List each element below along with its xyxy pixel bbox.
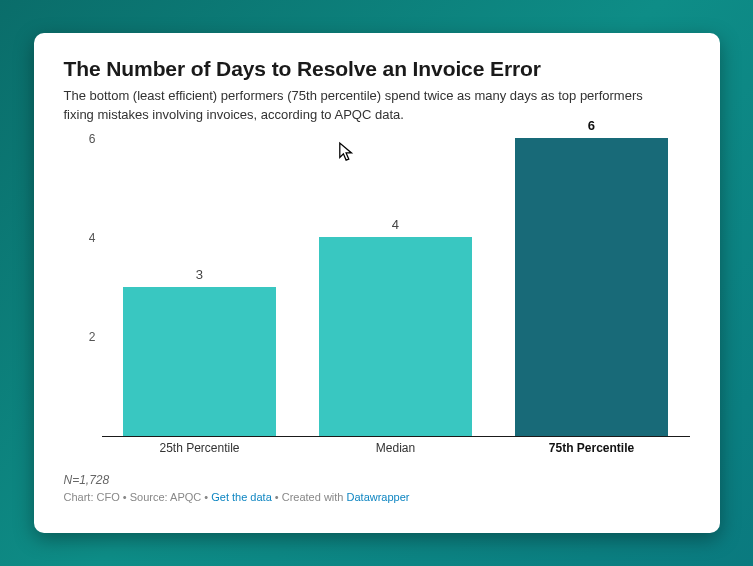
bars-container: 346 bbox=[102, 139, 690, 436]
y-tick-label: 6 bbox=[70, 132, 96, 146]
plot-area: 346 246 bbox=[102, 139, 690, 437]
chart-area: 346 246 25th PercentileMedian75th Percen… bbox=[70, 139, 690, 459]
x-axis-labels: 25th PercentileMedian75th Percentile bbox=[102, 437, 690, 459]
y-tick-label: 4 bbox=[70, 231, 96, 245]
footnote: N=1,728 bbox=[64, 473, 690, 487]
credits-middle: • Created with bbox=[272, 491, 347, 503]
bar-value-label: 3 bbox=[123, 267, 276, 282]
credits-line: Chart: CFO • Source: APQC • Get the data… bbox=[64, 491, 690, 503]
bar-highlighted: 6 bbox=[515, 138, 668, 436]
page-background: The Number of Days to Resolve an Invoice… bbox=[0, 0, 753, 566]
bar: 4 bbox=[319, 237, 472, 436]
chart-title: The Number of Days to Resolve an Invoice… bbox=[64, 57, 690, 81]
bar-value-label: 6 bbox=[515, 118, 668, 133]
y-tick-label: 2 bbox=[70, 330, 96, 344]
bar-value-label: 4 bbox=[319, 217, 472, 232]
x-category-label: 25th Percentile bbox=[159, 441, 239, 455]
bar: 3 bbox=[123, 287, 276, 436]
credits-prefix: Chart: CFO • Source: APQC • bbox=[64, 491, 212, 503]
x-category-label: 75th Percentile bbox=[549, 441, 634, 455]
x-category-label: Median bbox=[376, 441, 415, 455]
datawrapper-link[interactable]: Datawrapper bbox=[347, 491, 410, 503]
get-data-link[interactable]: Get the data bbox=[211, 491, 272, 503]
chart-card: The Number of Days to Resolve an Invoice… bbox=[34, 33, 720, 533]
